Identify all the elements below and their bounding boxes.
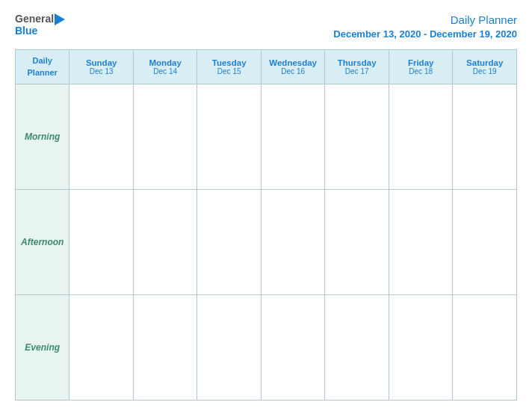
date-dec17: Dec 17 — [327, 67, 386, 75]
logo-blue-text: Blue — [15, 25, 37, 37]
cell-evening-thursday[interactable] — [325, 295, 389, 401]
header-daily-line1: Daily — [33, 56, 52, 65]
cell-afternoon-thursday[interactable] — [325, 190, 389, 295]
date-dec15: Dec 15 — [200, 67, 259, 75]
cell-afternoon-saturday[interactable] — [453, 190, 517, 295]
col-header-friday: Friday Dec 18 — [389, 50, 453, 84]
day-thursday: Thursday — [327, 58, 386, 67]
header-daily-planner: Daily Planner — [16, 50, 69, 84]
cell-afternoon-tuesday[interactable] — [197, 190, 262, 295]
day-wednesday: Wednesday — [264, 58, 323, 67]
cell-evening-tuesday[interactable] — [197, 295, 262, 401]
col-header-sunday: Sunday Dec 13 — [69, 50, 134, 84]
table-row-morning: Morning — [16, 84, 517, 190]
date-dec14: Dec 14 — [136, 67, 195, 75]
header: General Blue Daily Planner December 13, … — [15, 13, 517, 40]
cell-morning-friday[interactable] — [389, 84, 453, 190]
cell-afternoon-monday[interactable] — [133, 190, 197, 295]
date-range: December 13, 2020 - December 19, 2020 — [333, 28, 517, 40]
cell-evening-wednesday[interactable] — [261, 295, 325, 401]
col-header-tuesday: Tuesday Dec 15 — [197, 50, 262, 84]
date-dec16: Dec 16 — [264, 67, 323, 75]
day-tuesday: Tuesday — [200, 58, 259, 67]
cell-morning-monday[interactable] — [133, 84, 197, 190]
cell-afternoon-sunday[interactable] — [69, 190, 134, 295]
col-header-monday: Monday Dec 14 — [133, 50, 197, 84]
planner-title: Daily Planner — [451, 13, 517, 26]
calendar-table: Daily Planner Sunday Dec 13 Monday Dec 1… — [15, 49, 517, 401]
page: General Blue Daily Planner December 13, … — [0, 0, 532, 411]
cell-afternoon-friday[interactable] — [389, 190, 453, 295]
date-dec13: Dec 13 — [72, 67, 131, 75]
cell-evening-saturday[interactable] — [453, 295, 517, 401]
col-header-thursday: Thursday Dec 17 — [325, 50, 389, 84]
cell-afternoon-wednesday[interactable] — [261, 190, 325, 295]
cell-evening-monday[interactable] — [133, 295, 197, 401]
date-dec19: Dec 19 — [455, 67, 514, 75]
cell-morning-saturday[interactable] — [453, 84, 517, 190]
header-daily-line2: Planner — [28, 68, 58, 77]
table-row-evening: Evening — [16, 295, 517, 401]
logo: General Blue — [15, 13, 65, 37]
date-dec18: Dec 18 — [392, 67, 451, 75]
day-friday: Friday — [392, 58, 451, 67]
day-sunday: Sunday — [72, 58, 131, 67]
cell-morning-wednesday[interactable] — [261, 84, 325, 190]
cell-morning-sunday[interactable] — [69, 84, 134, 190]
row-label-evening: Evening — [16, 295, 69, 401]
col-header-saturday: Saturday Dec 19 — [453, 50, 517, 84]
cell-evening-sunday[interactable] — [69, 295, 134, 401]
cell-morning-thursday[interactable] — [325, 84, 389, 190]
logo-general-text: General — [15, 13, 54, 25]
cell-evening-friday[interactable] — [389, 295, 453, 401]
logo-triangle-icon — [55, 13, 65, 25]
col-header-wednesday: Wednesday Dec 16 — [261, 50, 325, 84]
row-label-afternoon: Afternoon — [16, 190, 69, 295]
day-saturday: Saturday — [455, 58, 514, 67]
title-block: Daily Planner December 13, 2020 - Decemb… — [333, 13, 517, 40]
cell-morning-tuesday[interactable] — [197, 84, 262, 190]
day-monday: Monday — [136, 58, 195, 67]
table-row-afternoon: Afternoon — [16, 190, 517, 295]
row-label-morning: Morning — [16, 84, 69, 190]
